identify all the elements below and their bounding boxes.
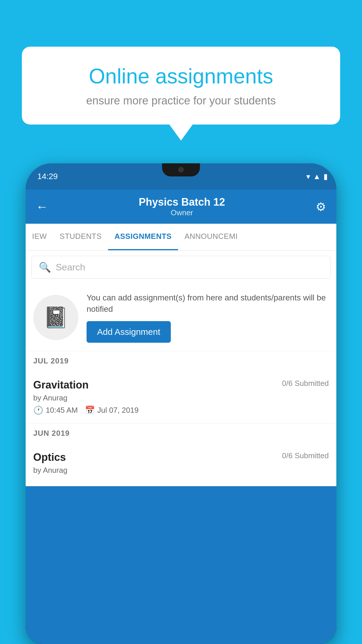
speech-bubble-container: Online assignments ensure more practice … <box>22 47 340 141</box>
assignment-date-gravitation: Jul 07, 2019 <box>97 406 139 415</box>
assignment-submitted-gravitation: 0/6 Submitted <box>282 379 329 388</box>
assignment-time-gravitation: 10:45 AM <box>46 406 78 415</box>
wifi-icon: ▾ <box>306 172 310 181</box>
assignment-item-gravitation[interactable]: Gravitation 0/6 Submitted by Anurag 🕐 10… <box>26 371 336 424</box>
info-text-block: You can add assignment(s) from here and … <box>87 292 329 343</box>
status-time: 14:29 <box>34 172 58 181</box>
notebook-icon: 📓 <box>43 305 68 329</box>
meta-date-gravitation: 📅 Jul 07, 2019 <box>85 405 139 415</box>
assignment-meta-gravitation: 🕐 10:45 AM 📅 Jul 07, 2019 <box>33 405 329 415</box>
tab-students[interactable]: STUDENTS <box>53 224 108 250</box>
assignment-item-optics[interactable]: Optics 0/6 Submitted by Anurag <box>26 443 336 486</box>
tab-assignments[interactable]: ASSIGNMENTS <box>108 224 178 250</box>
search-bar[interactable]: 🔍 Search <box>31 256 331 279</box>
assignment-name-gravitation: Gravitation <box>33 379 89 391</box>
tabs-bar: IEW STUDENTS ASSIGNMENTS ANNOUNCEMI <box>26 224 336 251</box>
info-card: 📓 You can add assignment(s) from here an… <box>26 284 336 351</box>
notebook-icon-circle: 📓 <box>33 295 78 340</box>
phone-frame: 14:29 ▾ ▲ ▮ ← Physics Batch 12 Owner ⚙ I… <box>26 163 336 644</box>
batch-owner: Owner <box>139 208 225 217</box>
assignment-name-optics: Optics <box>33 451 66 463</box>
battery-icon: ▮ <box>324 172 328 181</box>
status-bar: 14:29 ▾ ▲ ▮ <box>26 163 336 190</box>
header-center: Physics Batch 12 Owner <box>139 196 225 217</box>
speech-bubble-tail <box>169 125 193 141</box>
tab-iew[interactable]: IEW <box>26 224 53 250</box>
clock-icon-gravitation: 🕐 <box>33 405 43 415</box>
tab-announcements[interactable]: ANNOUNCEMI <box>178 224 244 250</box>
batch-title: Physics Batch 12 <box>139 196 225 208</box>
meta-time-gravitation: 🕐 10:45 AM <box>33 405 78 415</box>
speech-bubble-title: Online assignments <box>42 64 320 88</box>
search-bar-wrapper: 🔍 Search <box>26 251 336 284</box>
assignment-top-row: Gravitation 0/6 Submitted <box>33 379 329 391</box>
speech-bubble: Online assignments ensure more practice … <box>22 47 340 125</box>
assignment-by-gravitation: by Anurag <box>33 393 329 402</box>
add-assignment-button[interactable]: Add Assignment <box>87 321 171 343</box>
phone-inner: 14:29 ▾ ▲ ▮ ← Physics Batch 12 Owner ⚙ I… <box>26 163 336 644</box>
assignment-by-optics: by Anurag <box>33 466 329 475</box>
section-header-jul: JUL 2019 <box>26 351 336 371</box>
search-icon: 🔍 <box>39 261 51 273</box>
app-header: ← Physics Batch 12 Owner ⚙ <box>26 190 336 224</box>
info-description: You can add assignment(s) from here and … <box>87 292 329 315</box>
notch <box>162 163 200 176</box>
back-button[interactable]: ← <box>36 200 48 214</box>
calendar-icon-gravitation: 📅 <box>85 405 95 415</box>
camera-dot <box>178 167 184 173</box>
assignment-submitted-optics: 0/6 Submitted <box>282 451 329 460</box>
assignment-top-row-optics: Optics 0/6 Submitted <box>33 451 329 463</box>
search-placeholder: Search <box>56 262 85 273</box>
settings-icon[interactable]: ⚙ <box>316 200 326 214</box>
section-header-jun: JUN 2019 <box>26 424 336 443</box>
signal-icon: ▲ <box>313 172 321 181</box>
speech-bubble-subtitle: ensure more practice for your students <box>42 94 320 107</box>
status-icons: ▾ ▲ ▮ <box>306 172 328 181</box>
